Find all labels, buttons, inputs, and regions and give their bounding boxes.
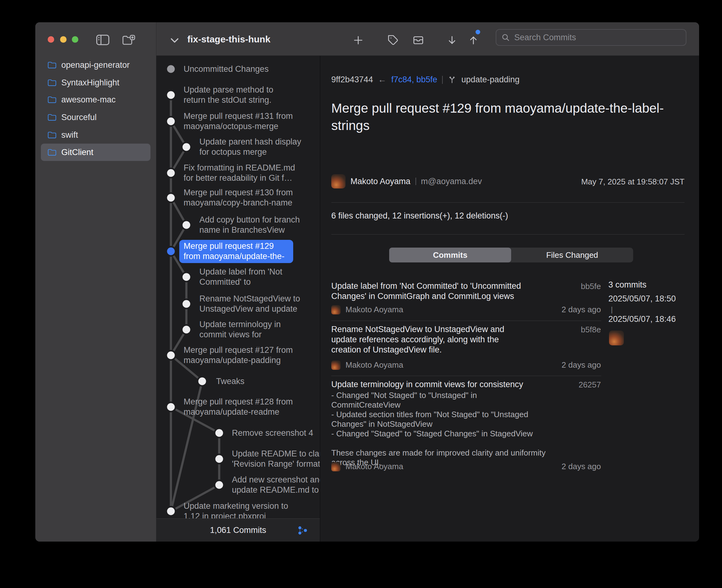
header-divider [442, 76, 443, 84]
tab-commits[interactable]: Commits [389, 248, 511, 262]
branch-name: update-padding [461, 75, 519, 84]
commit-item-hash: 26257 [579, 380, 601, 390]
create-branch-button[interactable] [351, 34, 365, 47]
commit-item-author: Makoto Aoyama [346, 462, 557, 471]
graph-row[interactable]: Merge pull request #128 from maoyama/upd… [184, 397, 296, 417]
graph-row-uncommitted[interactable]: Uncommitted Changes [184, 64, 301, 74]
repo-label: swift [61, 130, 78, 140]
repo-label: awesome-mac [61, 95, 116, 105]
folder-icon [48, 113, 56, 121]
pull-button[interactable] [445, 34, 459, 47]
commit-item-title[interactable]: Update label from 'Not Committed' to 'Un… [331, 281, 533, 301]
commit-header: 9ff2b43744 ← f7c84, bb5fe update-padding [331, 75, 519, 84]
commit-item-meta: Makoto Aoyama 2 days ago [331, 462, 601, 471]
commit-item-when: 2 days ago [562, 305, 601, 314]
sidebar-item-gitclient[interactable]: GitClient [41, 144, 150, 161]
folder-icon [48, 149, 56, 156]
graph-row[interactable]: Update parse method to return the stdOut… [184, 85, 287, 105]
author-name: Makoto Aoyama [350, 177, 411, 186]
graph-row[interactable]: Merge pull request #131 from maoyama/oct… [184, 111, 296, 131]
graph-row[interactable]: Add copy button for branch name in Branc… [199, 215, 302, 235]
sidebar: openapi-generator SyntaxHighlight awesom… [35, 22, 156, 542]
graph-row[interactable]: Remove screenshot 4 [232, 428, 321, 438]
commit-item-hash: bb5fe [581, 281, 601, 291]
folder-icon [48, 79, 56, 86]
graph-row[interactable]: Update label from 'Not Committed' to 'Un… [199, 267, 302, 287]
search-field[interactable] [496, 29, 686, 46]
commit-detail-panel: 9ff2b43744 ← f7c84, bb5fe update-padding… [321, 56, 699, 542]
avatar [331, 360, 341, 370]
current-branch-title[interactable]: fix-stage-this-hunk [187, 34, 270, 45]
commit-item-meta: Makoto Aoyama 2 days ago [331, 305, 601, 314]
divider [331, 376, 601, 376]
avatar [331, 305, 341, 314]
commit-item-title[interactable]: Update terminology in commit views for c… [331, 379, 542, 390]
stash-tray-button[interactable] [411, 34, 425, 47]
summary-date-separator: | [611, 305, 613, 314]
commit-item-body: - Changed "Not Staged" to "Unstaged" in … [331, 391, 548, 467]
folder-icon [48, 96, 56, 103]
summary-commit-count: 3 commits [608, 280, 646, 290]
push-badge-dot [476, 30, 480, 34]
toggle-sidebar-icon[interactable] [96, 34, 109, 46]
divider [331, 234, 684, 235]
main-area: fix-stage-this-hunk [156, 22, 699, 542]
sidebar-item-swift[interactable]: swift [41, 126, 150, 144]
folder-icon [48, 61, 56, 69]
avatar [331, 462, 341, 471]
parent-arrow: ← [378, 75, 386, 84]
repo-label: GitClient [61, 148, 94, 157]
gitclient-window: openapi-generator SyntaxHighlight awesom… [35, 22, 699, 542]
search-icon [501, 33, 510, 42]
minimize-button[interactable] [60, 36, 66, 43]
graph-row-selected[interactable]: Merge pull request #129 from maoyama/upd… [179, 240, 293, 263]
commit-graph-panel: Uncommitted Changes Update parse method … [156, 56, 321, 542]
push-button[interactable] [467, 34, 480, 47]
commit-item-when: 2 days ago [562, 462, 601, 471]
graph-view-toggle-icon[interactable] [297, 525, 308, 536]
search-input[interactable] [514, 33, 681, 43]
parent-hashes[interactable]: f7c84, bb5fe [391, 75, 437, 84]
diff-stats: 6 files changed, 12 insertions(+), 12 de… [331, 211, 508, 220]
commit-count: 1,061 Commits [210, 525, 266, 535]
screenshot-stage: openapi-generator SyntaxHighlight awesom… [0, 0, 722, 588]
commit-item-title[interactable]: Rename NotStagedView to UnstagedView and… [331, 324, 526, 355]
sidebar-item-syntaxhighlight[interactable]: SyntaxHighlight [41, 74, 150, 91]
commit-hash: 9ff2b43744 [331, 75, 373, 84]
author-email: m@aoyama.dev [421, 177, 482, 186]
author-divider [415, 177, 416, 185]
tag-button[interactable] [386, 34, 400, 47]
summary-date-to: 2025/05/07, 18:46 [608, 314, 676, 324]
content-area: Uncommitted Changes Update parse method … [156, 56, 699, 542]
sidebar-item-sourceful[interactable]: Sourceful [41, 109, 150, 126]
commit-date: May 7, 2025 at 19:58:07 JST [581, 177, 684, 187]
commit-item-meta: Makoto Aoyama 2 days ago [331, 360, 601, 370]
add-repository-icon[interactable] [122, 34, 136, 46]
repo-label: openapi-generator [61, 60, 130, 70]
close-button[interactable] [48, 36, 54, 43]
tab-files-changed[interactable]: Files Changed [511, 248, 633, 262]
graph-row[interactable]: Merge pull request #127 from maoyama/upd… [184, 345, 296, 365]
commit-title: Merge pull request #129 from maoyama/upd… [331, 100, 664, 134]
summary-date-from: 2025/05/07, 18:50 [608, 294, 676, 303]
author-row: Makoto Aoyama m@aoyama.dev [331, 174, 482, 188]
commit-item-author: Makoto Aoyama [346, 305, 557, 314]
collapse-branch-icon[interactable] [168, 34, 181, 47]
graph-row[interactable]: Update terminology in commit views for c… [199, 319, 304, 340]
graph-row[interactable]: Update parent hash display for octopus m… [199, 137, 302, 157]
graph-row[interactable]: Merge pull request #130 from maoyama/cop… [184, 188, 296, 208]
commit-item-author: Makoto Aoyama [346, 360, 557, 370]
graph-row[interactable]: Update README to clarify 'Revision Range… [232, 449, 321, 469]
graph-row[interactable]: Add new screenshot and update README.md … [232, 475, 321, 495]
graph-row[interactable]: Rename NotStagedView to UnstagedView and… [199, 294, 307, 314]
segmented-control: Commits Files Changed [389, 248, 633, 262]
graph-row[interactable]: Tweaks [216, 376, 284, 386]
avatar [609, 331, 624, 345]
zoom-button[interactable] [72, 36, 78, 43]
sidebar-item-awesome-mac[interactable]: awesome-mac [41, 91, 150, 108]
sidebar-item-openapi-generator[interactable]: openapi-generator [41, 56, 150, 74]
graph-row[interactable]: Fix formatting in README.md for better r… [184, 163, 300, 183]
commit-item-when: 2 days ago [562, 360, 601, 370]
avatar [331, 174, 346, 188]
graph-footer: 1,061 Commits [156, 518, 320, 542]
